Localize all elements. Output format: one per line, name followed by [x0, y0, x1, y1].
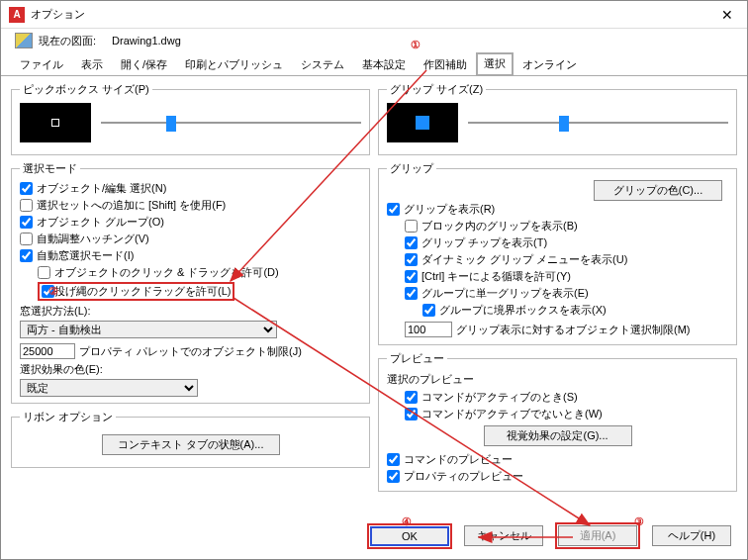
pickbox-legend: ピックボックス サイズ(P): [20, 82, 152, 97]
lbl-grip-group-single: グループに単一グリップを表示(E): [421, 286, 589, 301]
chk-grip-tip[interactable]: [405, 236, 418, 249]
lbl-grip-group-bbox: グループに境界ボックスを表示(X): [439, 303, 607, 318]
current-drawing-label: 現在の図面:: [39, 34, 96, 48]
tab-print-publish[interactable]: 印刷とパブリッシュ: [176, 52, 292, 76]
lbl-grip-ctrl: [Ctrl] キーによる循環を許可(Y): [421, 269, 571, 284]
selection-mode-legend: 選択モード: [20, 161, 80, 176]
chk-grip-ctrl[interactable]: [405, 270, 418, 283]
chk-grip-dyn[interactable]: [405, 253, 418, 266]
tab-open-save[interactable]: 開く/保存: [112, 52, 176, 76]
chk-obj-edit[interactable]: [20, 182, 33, 195]
tab-file[interactable]: ファイル: [11, 52, 72, 76]
pickbox-slider[interactable]: [101, 114, 361, 132]
app-icon: A: [9, 7, 25, 23]
context-tab-state-button[interactable]: コンテキスト タブの状態(A)...: [102, 434, 280, 455]
lbl-show-grip: グリップを表示(R): [404, 202, 495, 217]
grip-group: グリップ グリップの色(C)... グリップを表示(R) ブロック内のグリップを…: [378, 161, 737, 345]
grip-color-button[interactable]: グリップの色(C)...: [594, 180, 722, 201]
preview-legend: プレビュー: [387, 351, 447, 366]
right-column: グリップ サイズ(Z) グリップ グリップの色(C)... グリップを表示(R)…: [378, 82, 737, 498]
footer: OK キャンセル 適用(A) ヘルプ(H): [367, 522, 731, 549]
lbl-cmd-active: コマンドがアクティブのとき(S): [421, 390, 578, 405]
sel-preview-label: 選択のプレビュー: [387, 370, 728, 389]
help-button[interactable]: ヘルプ(H): [652, 525, 731, 546]
lbl-grip-block: ブロック内のグリップを表示(B): [421, 219, 578, 233]
grip-size-slider[interactable]: [468, 114, 728, 132]
tab-online[interactable]: オンライン: [514, 52, 586, 76]
lbl-prop-preview: プロパティのプレビュー: [404, 469, 523, 484]
lbl-cmd-preview: コマンドのプレビュー: [404, 452, 513, 467]
effect-color-label: 選択効果の色(E):: [20, 360, 361, 379]
tab-bar: ファイル 表示 開く/保存 印刷とパブリッシュ システム 基本設定 作図補助 選…: [1, 52, 747, 76]
chk-cmd-preview[interactable]: [387, 453, 400, 466]
grip-legend: グリップ: [387, 161, 436, 176]
lbl-obj-edit: オブジェクト/編集 選択(N): [37, 181, 166, 196]
chk-click-drag[interactable]: [38, 266, 50, 279]
lbl-shift-add: 選択セットへの追加に [Shift] を使用(F): [37, 198, 226, 213]
callout-2: ②: [48, 285, 58, 298]
lbl-grip-dyn: ダイナミック グリップ メニューを表示(U): [421, 252, 627, 267]
chk-grip-block[interactable]: [405, 220, 418, 233]
visual-effect-button[interactable]: 視覚効果の設定(G)...: [484, 425, 632, 446]
lbl-cmd-inactive: コマンドがアクティブでないとき(W): [421, 407, 603, 421]
win-method-select[interactable]: 両方 - 自動検出: [20, 321, 277, 338]
chk-grip-group-single[interactable]: [405, 287, 418, 300]
chk-auto-hatch[interactable]: [20, 233, 33, 245]
callout-4: ④: [402, 515, 412, 528]
tab-display[interactable]: 表示: [72, 52, 112, 76]
left-column: ピックボックス サイズ(P) 選択モード オブジェクト/編集 選択(N) 選択セ…: [11, 82, 370, 498]
lbl-click-drag: オブジェクトのクリック & ドラッグを許可(D): [54, 265, 279, 280]
lbl-lasso: 投げ縄のクリックドラッグを許可(L): [54, 284, 231, 299]
prop-limit-label: プロパティ パレットでのオブジェクト制限(J): [79, 344, 302, 359]
chk-show-grip[interactable]: [387, 203, 400, 216]
drawing-icon: [15, 33, 33, 48]
chk-prop-preview[interactable]: [387, 470, 400, 483]
ok-button[interactable]: OK: [370, 526, 449, 546]
current-drawing-name: Drawing1.dwg: [112, 35, 181, 47]
lbl-obj-group: オブジェクト グループ(O): [37, 215, 164, 230]
ribbon-group: リボン オプション コンテキスト タブの状態(A)...: [11, 410, 370, 468]
callout-1: ①: [411, 39, 421, 51]
chk-shift-add[interactable]: [20, 199, 33, 212]
chk-auto-window[interactable]: [20, 249, 33, 262]
ribbon-legend: リボン オプション: [20, 410, 116, 424]
tab-preferences[interactable]: 基本設定: [353, 52, 415, 76]
apply-button[interactable]: 適用(A): [558, 525, 637, 546]
lbl-auto-window: 自動窓選択モード(I): [37, 248, 134, 263]
lbl-auto-hatch: 自動調整ハッチング(V): [37, 232, 149, 246]
tab-selection[interactable]: 選択: [476, 52, 514, 76]
chk-cmd-active[interactable]: [405, 391, 418, 404]
close-icon[interactable]: ✕: [715, 7, 739, 23]
title-bar: A オプション ✕: [1, 1, 747, 29]
lbl-grip-tip: グリップ チップを表示(T): [421, 235, 547, 250]
tab-system[interactable]: システム: [292, 52, 353, 76]
chk-obj-group[interactable]: [20, 216, 33, 229]
prop-limit-input[interactable]: [20, 343, 75, 359]
cancel-button[interactable]: キャンセル: [464, 525, 543, 546]
pickbox-preview: [20, 103, 91, 142]
preview-group: プレビュー 選択のプレビュー コマンドがアクティブのとき(S) コマンドがアクテ…: [378, 351, 737, 492]
content: ピックボックス サイズ(P) 選択モード オブジェクト/編集 選択(N) 選択セ…: [1, 76, 747, 502]
window-title: オプション: [31, 7, 85, 22]
callout-3: ③: [634, 515, 644, 528]
grip-size-legend: グリップ サイズ(Z): [387, 82, 486, 97]
grip-size-group: グリップ サイズ(Z): [378, 82, 737, 155]
grip-preview: [387, 103, 458, 142]
win-method-label: 窓選択方法(L):: [20, 302, 361, 321]
tab-drafting[interactable]: 作図補助: [415, 52, 476, 76]
drawing-row: 現在の図面: Drawing1.dwg: [1, 29, 747, 52]
grip-limit-label: グリップ表示に対するオブジェクト選択制限(M): [456, 323, 691, 337]
chk-grip-group-bbox[interactable]: [422, 304, 435, 317]
selection-mode-group: 選択モード オブジェクト/編集 選択(N) 選択セットへの追加に [Shift]…: [11, 161, 370, 404]
pickbox-size-group: ピックボックス サイズ(P): [11, 82, 370, 155]
chk-cmd-inactive[interactable]: [405, 408, 418, 420]
effect-color-select[interactable]: 既定: [20, 379, 198, 397]
grip-limit-input[interactable]: [405, 322, 452, 337]
